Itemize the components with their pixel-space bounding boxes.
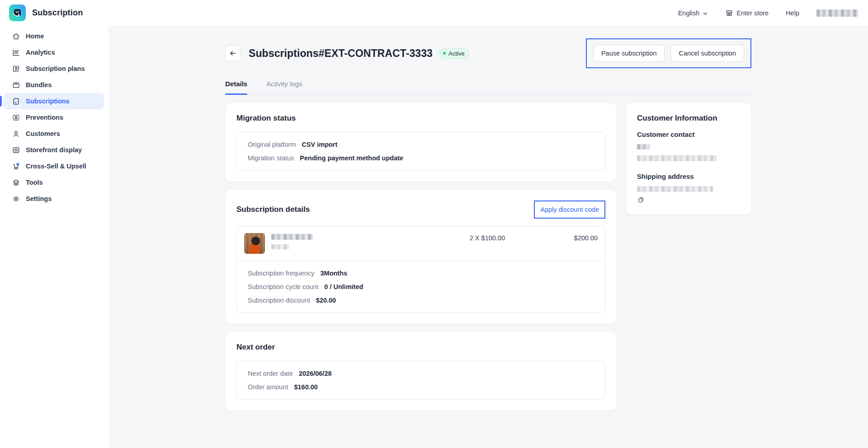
migration-status-heading: Migration status xyxy=(236,114,605,123)
account-name-redacted[interactable] xyxy=(816,9,858,17)
language-selector[interactable]: English xyxy=(678,9,708,17)
sidebar-item-storefront-display[interactable]: Storefront display xyxy=(4,142,104,158)
detail-row: Order amount $160.00 xyxy=(248,380,594,394)
sidebar-item-customers[interactable]: Customers xyxy=(4,126,104,142)
detail-row: Subscription cycle count 0 / Unlimited xyxy=(248,280,594,294)
customer-contact-label: Customer contact xyxy=(637,131,740,138)
sidebar-item-label: Preventions xyxy=(26,114,63,121)
subscriptions-icon xyxy=(12,97,20,106)
product-image xyxy=(244,233,265,254)
bundles-icon xyxy=(12,81,20,89)
subscription-details-card: Subscription details Apply discount code xyxy=(225,189,617,324)
settings-gear-icon xyxy=(12,195,20,203)
sidebar-item-label: Tools xyxy=(26,179,43,186)
tab-bar: Details Activity logs xyxy=(225,80,751,95)
migration-status-box: Original platform CSV import Migration s… xyxy=(236,132,605,171)
analytics-icon xyxy=(12,48,20,57)
detail-row: Original platform CSV import xyxy=(248,138,594,151)
sidebar-item-settings[interactable]: Settings xyxy=(4,191,104,207)
sidebar-item-label: Subscription plans xyxy=(26,65,85,72)
customer-email-redacted xyxy=(637,155,717,161)
detail-row: Next order date 2026/06/28 xyxy=(248,367,594,380)
customers-icon xyxy=(12,130,20,138)
app-title: Subscription xyxy=(32,8,83,18)
line-item-quantity-price: 2 X $100.00 xyxy=(470,233,505,242)
app-brand: Subscription xyxy=(0,5,83,21)
status-badge-label: Active xyxy=(448,50,464,57)
copy-icon[interactable] xyxy=(637,196,645,204)
sidebar-item-cross-sell-upsell[interactable]: Cross-Sell & Upsell xyxy=(4,158,104,174)
line-item-total: $200.00 xyxy=(505,233,598,242)
help-link[interactable]: Help xyxy=(786,9,799,17)
main-content: Subscriptions#EXT-CONTRACT-3333 Active P… xyxy=(108,26,868,448)
annotation-box-apply-discount: Apply discount code xyxy=(534,201,605,219)
sidebar-item-label: Settings xyxy=(26,195,52,202)
sidebar-item-label: Analytics xyxy=(26,49,55,56)
next-order-box: Next order date 2026/06/28 Order amount … xyxy=(236,361,605,400)
sidebar-item-subscription-plans[interactable]: Subscription plans xyxy=(4,61,104,77)
status-badge: Active xyxy=(439,48,469,59)
enter-store-label: Enter store xyxy=(736,9,769,17)
subscription-plans-icon xyxy=(12,65,20,73)
customer-name-redacted xyxy=(637,144,650,149)
storefront-icon xyxy=(725,9,733,17)
pause-subscription-button[interactable]: Pause subscription xyxy=(593,45,665,62)
sidebar-item-home[interactable]: Home xyxy=(4,28,104,44)
product-variant-redacted xyxy=(271,244,289,249)
cart-upsell-icon xyxy=(12,162,20,171)
topbar: Subscription English Enter store Help xyxy=(0,0,868,26)
storefront-display-icon xyxy=(12,146,20,154)
detail-row: Migration status Pending payment method … xyxy=(248,151,594,165)
status-dot-icon xyxy=(443,52,446,55)
chevron-down-icon xyxy=(703,11,708,16)
apply-discount-code-link[interactable]: Apply discount code xyxy=(540,206,599,213)
sidebar-item-label: Cross-Sell & Upsell xyxy=(26,163,86,170)
sidebar: Home Analytics Subscription plans Bundle… xyxy=(0,26,108,448)
language-label: English xyxy=(678,9,700,17)
shipping-address-redacted xyxy=(637,186,713,192)
sidebar-item-label: Bundles xyxy=(26,81,52,89)
sidebar-item-label: Customers xyxy=(26,130,60,137)
subscription-details-box: 2 X $100.00 $200.00 Subscription frequen… xyxy=(236,226,605,313)
detail-row: Subscription discount $20.00 xyxy=(248,294,594,307)
sidebar-item-label: Home xyxy=(26,33,44,40)
sidebar-item-bundles[interactable]: Bundles xyxy=(4,77,104,93)
sidebar-item-tools[interactable]: Tools xyxy=(4,174,104,191)
product-title-redacted xyxy=(271,234,313,240)
sidebar-item-analytics[interactable]: Analytics xyxy=(4,44,104,61)
preventions-icon xyxy=(12,113,20,122)
shipping-address-label: Shipping address xyxy=(637,173,740,180)
sidebar-item-preventions[interactable]: Preventions xyxy=(4,109,104,126)
page-title: Subscriptions#EXT-CONTRACT-3333 xyxy=(249,47,433,60)
sidebar-item-label: Subscriptions xyxy=(26,98,70,105)
next-order-card: Next order Next order date 2026/06/28 Or… xyxy=(225,331,617,411)
migration-status-card: Migration status Original platform CSV i… xyxy=(225,103,617,182)
next-order-heading: Next order xyxy=(236,343,605,352)
cancel-subscription-button[interactable]: Cancel subscription xyxy=(670,45,744,62)
sidebar-item-subscriptions[interactable]: Subscriptions xyxy=(4,93,104,109)
tools-icon xyxy=(12,178,20,187)
customer-information-heading: Customer Information xyxy=(637,114,740,123)
home-icon xyxy=(12,32,20,41)
subscription-details-heading: Subscription details xyxy=(236,205,310,214)
line-item-row: 2 X $100.00 $200.00 xyxy=(237,226,605,261)
detail-row: Subscription frequency 3Months xyxy=(248,266,594,280)
help-label: Help xyxy=(786,9,799,17)
customer-information-card: Customer Information Customer contact Sh… xyxy=(626,103,751,215)
page-header: Subscriptions#EXT-CONTRACT-3333 Active P… xyxy=(225,38,751,68)
tab-activity-logs[interactable]: Activity logs xyxy=(266,80,302,94)
tab-details[interactable]: Details xyxy=(225,80,247,94)
sidebar-item-label: Storefront display xyxy=(26,146,82,154)
back-button[interactable] xyxy=(225,46,241,61)
enter-store-link[interactable]: Enter store xyxy=(725,9,769,17)
app-logo-icon xyxy=(9,5,26,21)
annotation-box-actions: Pause subscription Cancel subscription xyxy=(586,38,751,68)
